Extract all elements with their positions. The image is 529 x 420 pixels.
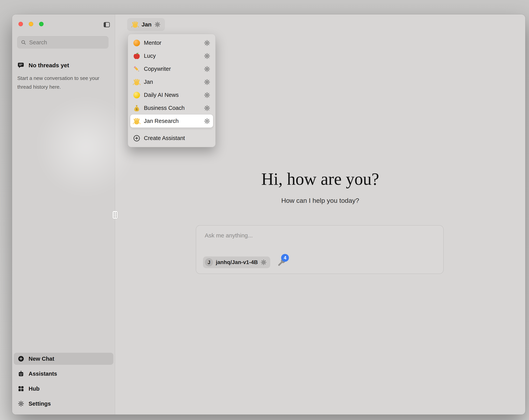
plus-circle-outline-icon (133, 135, 140, 142)
sidebar-item-settings[interactable]: Settings (14, 398, 113, 410)
sidebar-toggle-icon[interactable] (103, 21, 110, 28)
gear-icon[interactable] (204, 79, 210, 85)
close-button[interactable] (18, 22, 23, 26)
gear-icon[interactable] (204, 53, 210, 59)
sidebar-item-label: Assistants (28, 371, 57, 377)
menu-item-jan[interactable]: Jan (130, 75, 213, 88)
app-window: No threads yet Start a new conversation … (12, 14, 525, 415)
menu-item-daily-ai-news[interactable]: Daily AI News (130, 88, 213, 101)
plus-circle-icon (18, 355, 24, 362)
menu-item-label: Jan (144, 79, 200, 85)
gear-icon[interactable] (204, 40, 210, 46)
assistant-selector-button[interactable]: Jan (127, 18, 165, 31)
gear-icon (18, 400, 24, 407)
greeting-title: Hi, how are you? (115, 169, 525, 189)
menu-item-jan-research[interactable]: Jan Research (130, 115, 213, 128)
model-name: janhq/Jan-v1-4B (216, 259, 258, 265)
minimize-button[interactable] (29, 22, 33, 26)
assistant-name: Jan (142, 21, 152, 28)
red-apple-icon (133, 52, 140, 60)
menu-item-label: Mentor (144, 40, 200, 46)
menu-item-label: Lucy (144, 53, 200, 59)
money-bag-icon (133, 104, 140, 112)
menu-item-lucy[interactable]: Lucy (130, 49, 213, 62)
sidebar-nav: New Chat Assistants Hub Settings (14, 353, 113, 410)
orange-circle-icon (133, 39, 140, 47)
sidebar-resize-handle[interactable] (112, 211, 118, 219)
assistant-dropdown-menu: Mentor Lucy Copywriter Jan Daily AI (128, 34, 216, 147)
tools-count-badge: 4 (281, 254, 289, 262)
gear-icon[interactable] (204, 92, 210, 98)
empty-state-title: No threads yet (28, 62, 69, 69)
greeting-subtitle: How can I help you today? (115, 197, 525, 204)
message-input[interactable] (205, 232, 435, 250)
sidebar-item-label: Hub (28, 386, 40, 392)
pencil-icon (133, 65, 140, 73)
sidebar-item-label: New Chat (28, 356, 54, 362)
gear-icon[interactable] (204, 66, 210, 72)
window-controls (18, 22, 43, 26)
composer-card: J janhq/Jan-v1-4B 4 (196, 225, 444, 274)
menu-item-label: Business Coach (144, 105, 200, 111)
waving-hand-icon (132, 21, 139, 28)
menu-item-business-coach[interactable]: Business Coach (130, 101, 213, 115)
zoom-button[interactable] (39, 22, 43, 26)
yellow-circle-icon (133, 91, 140, 99)
model-selector-button[interactable]: J janhq/Jan-v1-4B (203, 257, 270, 268)
menu-item-mentor[interactable]: Mentor (130, 36, 213, 49)
hub-grid-icon (18, 385, 24, 392)
empty-state-description: Start a new conversation to see your thr… (17, 74, 107, 91)
empty-state: No threads yet Start a new conversation … (17, 62, 109, 91)
sidebar-item-new-chat[interactable]: New Chat (14, 353, 113, 365)
chat-bubble-icon (17, 62, 24, 69)
waving-hand-icon (133, 117, 140, 125)
menu-item-label: Copywriter (144, 66, 200, 72)
model-avatar: J (205, 258, 213, 266)
assistants-icon (18, 370, 24, 377)
gear-icon[interactable] (204, 118, 210, 124)
gear-icon[interactable] (261, 259, 267, 265)
menu-item-label: Daily AI News (144, 92, 200, 98)
menu-item-create-assistant[interactable]: Create Assistant (130, 132, 213, 145)
composer-toolbar: J janhq/Jan-v1-4B 4 (203, 257, 286, 268)
sidebar-item-hub[interactable]: Hub (14, 383, 113, 395)
gear-icon[interactable] (204, 105, 210, 111)
tools-button[interactable]: 4 (277, 258, 286, 267)
search-icon (21, 40, 26, 45)
sidebar: No threads yet Start a new conversation … (12, 14, 115, 415)
menu-item-label: Jan Research (144, 118, 200, 124)
sidebar-item-label: Settings (28, 401, 51, 407)
menu-item-label: Create Assistant (144, 135, 210, 141)
waving-hand-icon (133, 78, 140, 86)
sidebar-item-assistants[interactable]: Assistants (14, 368, 113, 380)
main-area: Jan Mentor Lucy Copywriter Jan (115, 14, 525, 415)
gear-icon[interactable] (154, 21, 160, 27)
search-input[interactable] (29, 39, 105, 46)
search-field[interactable] (17, 36, 108, 49)
menu-item-copywriter[interactable]: Copywriter (130, 62, 213, 75)
